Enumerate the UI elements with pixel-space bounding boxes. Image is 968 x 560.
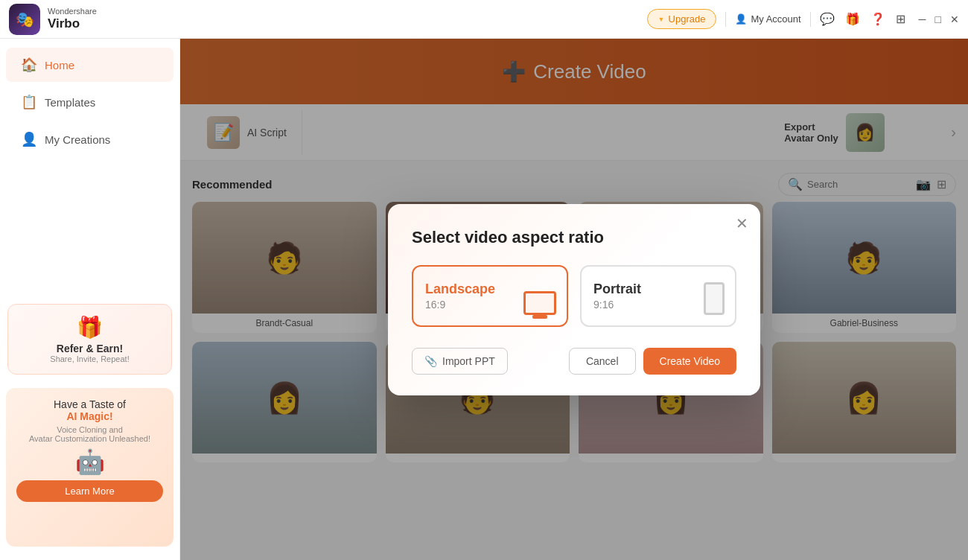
app-branding: 🎭 Wondershare Virbo bbox=[9, 4, 97, 35]
dialog-title: Select video aspect ratio bbox=[412, 228, 736, 247]
sidebar-item-my-creations[interactable]: 👤 My Creations bbox=[6, 122, 173, 156]
sidebar-item-home[interactable]: 🏠 Home bbox=[6, 48, 173, 82]
gift-icon[interactable]: 🎁 bbox=[845, 12, 860, 26]
maximize-button[interactable]: □ bbox=[935, 13, 941, 25]
portrait-icon-container bbox=[704, 282, 725, 315]
app-logo: 🎭 bbox=[9, 4, 40, 35]
templates-label: Templates bbox=[45, 96, 95, 109]
refer-earn-banner: 🎁 Refer & Earn! Share, Invite, Repeat! bbox=[7, 304, 172, 375]
account-label: My Account bbox=[751, 13, 800, 25]
portrait-label: Portrait bbox=[593, 281, 641, 297]
magic-headline-2: AI Magic! bbox=[66, 410, 112, 422]
app-name: Wondershare Virbo bbox=[48, 7, 97, 32]
modal-overlay: ✕ Select video aspect ratio Landscape 16… bbox=[180, 39, 968, 560]
separator bbox=[725, 12, 726, 27]
templates-icon: 📋 bbox=[21, 94, 37, 110]
cancel-button[interactable]: Cancel bbox=[569, 348, 636, 375]
import-ppt-button[interactable]: 📎 Import PPT bbox=[412, 348, 508, 375]
apps-icon[interactable]: ⊞ bbox=[896, 12, 905, 26]
portrait-icon bbox=[704, 282, 725, 315]
main-content: ➕ Create Video 📝 AI Script ExportAvatar … bbox=[180, 39, 968, 560]
dialog-close-button[interactable]: ✕ bbox=[736, 214, 748, 232]
home-icon: 🏠 bbox=[21, 57, 37, 73]
titlebar-icons: 💬 🎁 ❓ ⊞ bbox=[820, 12, 905, 26]
magic-sub: Voice Cloning andAvatar Customization Un… bbox=[16, 425, 163, 443]
create-video-button[interactable]: Create Video bbox=[643, 348, 736, 375]
portrait-option[interactable]: Portrait 9:16 bbox=[580, 265, 736, 327]
refer-icons: 🎁 bbox=[19, 315, 161, 340]
my-creations-icon: 👤 bbox=[21, 131, 37, 147]
landscape-icon-container bbox=[523, 291, 556, 315]
sidebar: 🏠 Home 📋 Templates 👤 My Creations 🎁 Refe… bbox=[0, 39, 180, 560]
sidebar-item-templates[interactable]: 📋 Templates bbox=[6, 85, 173, 119]
logo-emoji: 🎭 bbox=[16, 10, 34, 28]
landscape-option[interactable]: Landscape 16:9 bbox=[412, 265, 568, 327]
window-controls: ─ □ ✕ bbox=[919, 13, 959, 25]
ai-magic-banner: Have a Taste of AI Magic! Voice Cloning … bbox=[6, 388, 173, 547]
magic-figure: 🤖 bbox=[16, 448, 163, 476]
landscape-label: Landscape bbox=[425, 281, 495, 297]
titlebar: 🎭 Wondershare Virbo Upgrade 👤 My Account… bbox=[0, 0, 968, 39]
upgrade-button[interactable]: Upgrade bbox=[647, 9, 717, 29]
refer-sub: Share, Invite, Repeat! bbox=[19, 354, 161, 363]
brand-bottom: Virbo bbox=[48, 16, 97, 31]
magic-headline-1: Have a Taste of bbox=[54, 398, 126, 410]
separator2 bbox=[810, 12, 811, 27]
brand-top: Wondershare bbox=[48, 7, 97, 16]
portrait-ratio: 9:16 bbox=[593, 299, 614, 311]
dialog-action-buttons: Cancel Create Video bbox=[569, 348, 736, 375]
close-button[interactable]: ✕ bbox=[950, 13, 959, 25]
home-label: Home bbox=[45, 59, 74, 71]
aspect-ratio-dialog: ✕ Select video aspect ratio Landscape 16… bbox=[388, 204, 760, 395]
landscape-icon bbox=[523, 291, 556, 315]
help-icon[interactable]: ❓ bbox=[870, 12, 885, 26]
refer-title: Refer & Earn! bbox=[19, 343, 161, 354]
landscape-ratio: 16:9 bbox=[425, 299, 445, 311]
main-layout: 🏠 Home 📋 Templates 👤 My Creations 🎁 Refe… bbox=[0, 39, 968, 560]
message-icon[interactable]: 💬 bbox=[820, 12, 835, 26]
account-button[interactable]: 👤 My Account bbox=[735, 13, 800, 25]
my-creations-label: My Creations bbox=[45, 133, 110, 146]
learn-more-button[interactable]: Learn More bbox=[16, 480, 163, 502]
dialog-footer: 📎 Import PPT Cancel Create Video bbox=[412, 348, 736, 375]
aspect-options: Landscape 16:9 Portrait 9:16 bbox=[412, 265, 736, 327]
account-icon: 👤 bbox=[735, 13, 747, 25]
titlebar-actions: Upgrade 👤 My Account 💬 🎁 ❓ ⊞ ─ □ ✕ bbox=[647, 9, 959, 29]
minimize-button[interactable]: ─ bbox=[919, 13, 926, 25]
ppt-icon: 📎 bbox=[424, 355, 437, 367]
magic-headline: Have a Taste of AI Magic! bbox=[16, 398, 163, 422]
import-ppt-label: Import PPT bbox=[442, 355, 495, 367]
